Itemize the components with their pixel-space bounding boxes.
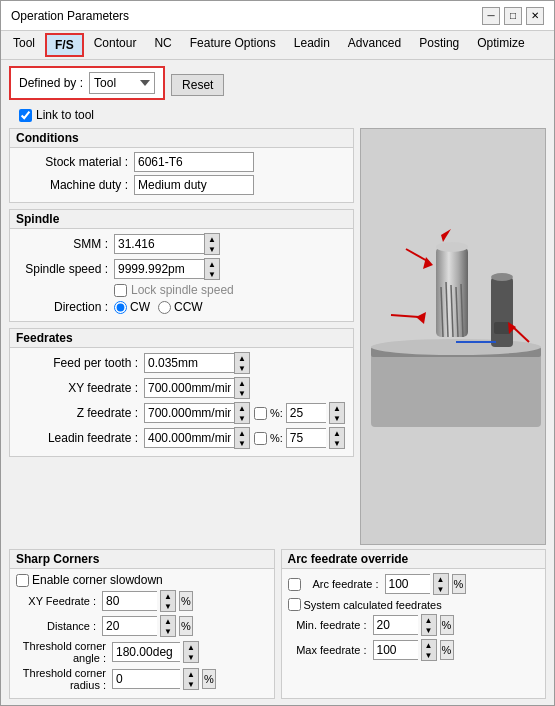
z-feedrate-input[interactable]: [144, 403, 234, 423]
leadin-feedrate-arrows: ▲ ▼: [234, 427, 250, 449]
sc-xy-feedrate-down-btn[interactable]: ▼: [161, 601, 175, 611]
z-feedrate-up-btn[interactable]: ▲: [235, 403, 249, 413]
menu-posting[interactable]: Posting: [411, 33, 467, 57]
min-feedrate-input[interactable]: [373, 615, 418, 635]
leadin-pct-checkbox[interactable]: [254, 432, 267, 445]
arc-feedrate-up-btn[interactable]: ▲: [434, 574, 448, 584]
leadin-feedrate-up-btn[interactable]: ▲: [235, 428, 249, 438]
smm-down-btn[interactable]: ▼: [205, 244, 219, 254]
max-feedrate-input[interactable]: [373, 640, 418, 660]
maximize-button[interactable]: □: [504, 7, 522, 25]
menu-tool[interactable]: Tool: [5, 33, 43, 57]
leadin-feedrate-input[interactable]: [144, 428, 234, 448]
svg-line-14: [406, 249, 429, 262]
threshold-angle-label: Threshold corner angle :: [16, 640, 106, 664]
threshold-radius-pct: %: [202, 669, 216, 689]
spindle-speed-input[interactable]: [114, 259, 204, 279]
svg-marker-15: [416, 312, 426, 324]
close-button[interactable]: ✕: [526, 7, 544, 25]
lock-spindle-checkbox[interactable]: [114, 284, 127, 297]
leadin-pct-down-btn[interactable]: ▼: [330, 438, 344, 448]
cw-radio[interactable]: [114, 301, 127, 314]
direction-row: Direction : CW CCW: [18, 300, 345, 314]
arc-feedrate-down-btn[interactable]: ▼: [434, 584, 448, 594]
minimize-button[interactable]: ─: [482, 7, 500, 25]
machine-duty-input[interactable]: [134, 175, 254, 195]
max-feedrate-down-btn[interactable]: ▼: [422, 650, 436, 660]
min-feedrate-up-btn[interactable]: ▲: [422, 615, 436, 625]
menu-fs[interactable]: F/S: [45, 33, 84, 57]
ccw-radio-label[interactable]: CCW: [158, 300, 203, 314]
spindle-section: Spindle SMM : ▲ ▼: [9, 209, 354, 322]
leadin-pct-input[interactable]: [286, 428, 326, 448]
arc-feedrate-checkbox[interactable]: [288, 578, 301, 591]
threshold-angle-input[interactable]: [112, 642, 180, 662]
cw-label: CW: [130, 300, 150, 314]
min-feedrate-down-btn[interactable]: ▼: [422, 625, 436, 635]
arc-feedrate-input[interactable]: [385, 574, 430, 594]
sc-distance-up-btn[interactable]: ▲: [161, 616, 175, 626]
cw-radio-label[interactable]: CW: [114, 300, 150, 314]
threshold-angle-up-btn[interactable]: ▲: [184, 642, 198, 652]
system-calc-checkbox[interactable]: [288, 598, 301, 611]
conditions-section: Conditions Stock material : Machine duty…: [9, 128, 354, 203]
threshold-radius-arrows: ▲ ▼: [183, 668, 199, 690]
sc-xy-feedrate-input[interactable]: [102, 591, 157, 611]
threshold-angle-down-btn[interactable]: ▼: [184, 652, 198, 662]
z-feedrate-down-btn[interactable]: ▼: [235, 413, 249, 423]
spindle-content: SMM : ▲ ▼ Spindle speed :: [10, 229, 353, 321]
z-pct-checkbox[interactable]: [254, 407, 267, 420]
enable-corner-checkbox[interactable]: [16, 574, 29, 587]
threshold-radius-input[interactable]: [112, 669, 180, 689]
smm-row: SMM : ▲ ▼: [18, 233, 345, 255]
menu-nc[interactable]: NC: [146, 33, 179, 57]
feed-per-tooth-up-btn[interactable]: ▲: [235, 353, 249, 363]
system-calc-label: System calculated feedrates: [304, 599, 442, 611]
leadin-feedrate-down-btn[interactable]: ▼: [235, 438, 249, 448]
sc-xy-feedrate-up-btn[interactable]: ▲: [161, 591, 175, 601]
menu-advanced[interactable]: Advanced: [340, 33, 409, 57]
z-pct-input[interactable]: [286, 403, 326, 423]
link-to-tool-checkbox[interactable]: [19, 109, 32, 122]
feed-per-tooth-down-btn[interactable]: ▼: [235, 363, 249, 373]
arc-feedrate-title: Arc feedrate override: [282, 550, 546, 569]
min-feedrate-label: Min. feedrate :: [292, 619, 367, 631]
z-pct-down-btn[interactable]: ▼: [330, 413, 344, 423]
menu-bar: Tool F/S Contour NC Feature Options Lead…: [1, 31, 554, 60]
z-pct-up-btn[interactable]: ▲: [330, 403, 344, 413]
xy-feedrate-input[interactable]: [144, 378, 234, 398]
leadin-pct-up-btn[interactable]: ▲: [330, 428, 344, 438]
system-calc-row: System calculated feedrates: [288, 598, 540, 611]
sharp-corners-title: Sharp Corners: [10, 550, 274, 569]
menu-contour[interactable]: Contour: [86, 33, 145, 57]
sc-distance-input[interactable]: [102, 616, 157, 636]
threshold-radius-down-btn[interactable]: ▼: [184, 679, 198, 689]
xy-feedrate-up-btn[interactable]: ▲: [235, 378, 249, 388]
ccw-radio[interactable]: [158, 301, 171, 314]
link-to-tool-row: Link to tool: [19, 108, 546, 122]
xy-feedrate-spinbox: ▲ ▼: [144, 377, 250, 399]
max-feedrate-up-btn[interactable]: ▲: [422, 640, 436, 650]
lock-spindle-label[interactable]: Lock spindle speed: [114, 283, 234, 297]
arc-feedrate-row: Arc feedrate : ▲ ▼ %: [288, 573, 540, 595]
menu-feature-options[interactable]: Feature Options: [182, 33, 284, 57]
menu-leadin[interactable]: Leadin: [286, 33, 338, 57]
menu-optimize[interactable]: Optimize: [469, 33, 532, 57]
defined-by-container: Defined by : Tool Custom: [9, 66, 165, 100]
reset-button[interactable]: Reset: [171, 74, 224, 96]
max-feedrate-arrows: ▲ ▼: [421, 639, 437, 661]
sc-distance-down-btn[interactable]: ▼: [161, 626, 175, 636]
arc-feedrate-pct: %: [452, 574, 466, 594]
leadin-feedrate-label: Leadin feedrate :: [18, 431, 138, 445]
threshold-radius-up-btn[interactable]: ▲: [184, 669, 198, 679]
smm-input[interactable]: [114, 234, 204, 254]
spindle-speed-up-btn[interactable]: ▲: [205, 259, 219, 269]
leadin-feedrate-row: Leadin feedrate : ▲ ▼ %:: [18, 427, 345, 449]
smm-up-btn[interactable]: ▲: [205, 234, 219, 244]
feed-per-tooth-spinbox: ▲ ▼: [144, 352, 250, 374]
stock-material-input[interactable]: [134, 152, 254, 172]
spindle-speed-down-btn[interactable]: ▼: [205, 269, 219, 279]
xy-feedrate-down-btn[interactable]: ▼: [235, 388, 249, 398]
defined-by-select[interactable]: Tool Custom: [89, 72, 155, 94]
feed-per-tooth-input[interactable]: [144, 353, 234, 373]
